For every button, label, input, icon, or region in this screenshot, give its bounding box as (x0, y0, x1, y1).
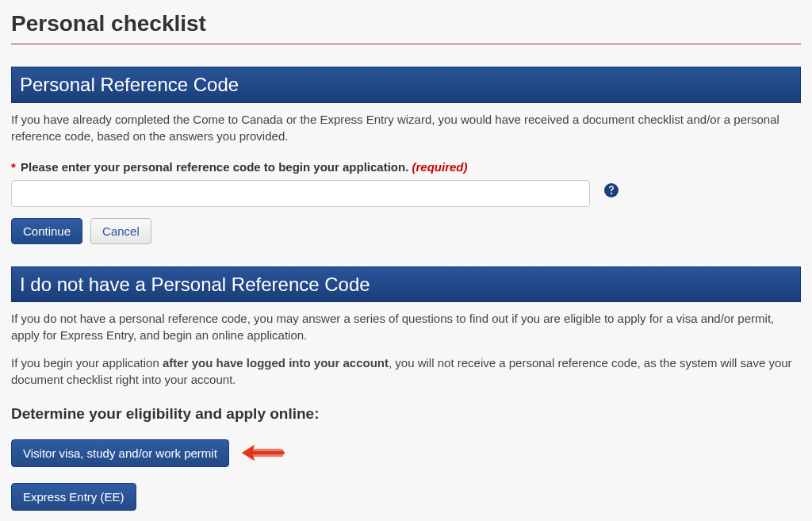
required-text: (required) (412, 160, 468, 174)
section-no-prc: I do not have a Personal Reference Code … (11, 266, 801, 521)
prc-field: * Please enter your personal reference c… (11, 159, 801, 207)
prc-field-label: * Please enter your personal reference c… (11, 159, 801, 175)
no-prc-para2: If you begin your application after you … (11, 354, 801, 388)
section-header-no-prc: I do not have a Personal Reference Code (11, 266, 801, 303)
arrow-annotation-icon (239, 440, 286, 465)
eligibility-heading: Determine your eligibility and apply onl… (11, 404, 801, 425)
section-personal-reference-code: Personal Reference Code If you have alre… (11, 67, 801, 244)
visitor-visa-button[interactable]: Visitor visa, study and/or work permit (11, 439, 229, 467)
no-prc-para2-bold: after you have logged into your account (163, 356, 389, 370)
continue-button[interactable]: Continue (11, 218, 82, 244)
express-entry-button[interactable]: Express Entry (EE) (11, 483, 136, 511)
no-prc-para1: If you do not have a personal reference … (11, 310, 801, 343)
cancel-button[interactable]: Cancel (90, 218, 151, 244)
no-prc-para2-a: If you begin your application (11, 356, 163, 370)
help-icon[interactable] (604, 183, 619, 203)
required-star: * (11, 160, 16, 174)
prc-input[interactable] (11, 180, 590, 207)
section-header-prc: Personal Reference Code (11, 67, 801, 103)
prc-description: If you have already completed the Come t… (11, 111, 801, 144)
prc-field-label-text: Please enter your personal reference cod… (21, 160, 408, 174)
page-title: Personal checklist (11, 8, 801, 44)
